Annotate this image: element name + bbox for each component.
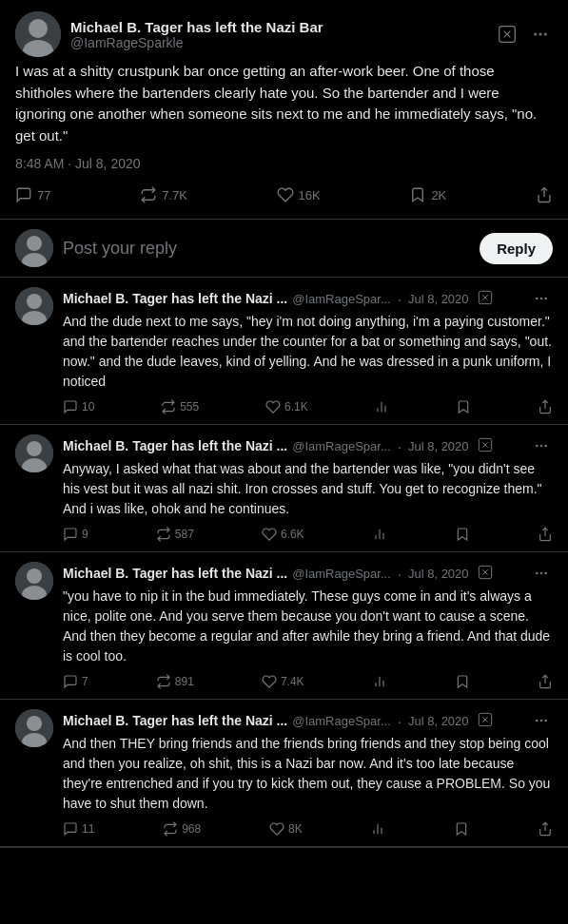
reply-header-3: Michael B. Tager has left the Nazi ... @… — [63, 709, 553, 732]
reply-like-action-2[interactable]: 7.4K — [262, 674, 304, 689]
retweet-action[interactable]: 7.7K — [140, 186, 187, 203]
reply-date-3: Jul 8, 2020 — [408, 714, 469, 728]
reply-reply-action-3[interactable]: 11 — [63, 821, 94, 837]
verified-icon-2 — [478, 565, 493, 583]
reply-button[interactable]: Reply — [480, 233, 553, 264]
reply-share-action-2[interactable] — [538, 674, 553, 689]
reply-bookmark-action-2[interactable] — [455, 674, 470, 689]
like-count-1: 6.6K — [281, 528, 304, 541]
reply-like-action-0[interactable]: 6.1K — [265, 399, 308, 414]
more-options-button-3[interactable] — [530, 709, 553, 732]
reply-share-action-0[interactable] — [538, 399, 553, 414]
reply-avatar — [15, 229, 53, 267]
reply-reply-action-1[interactable]: 9 — [63, 527, 88, 542]
reply-chart-action-0[interactable] — [374, 399, 389, 414]
reply-count-1: 9 — [82, 528, 88, 541]
more-options-button-2[interactable] — [530, 562, 553, 585]
reply-chart-action-1[interactable] — [372, 527, 387, 542]
reply-name-2[interactable]: Michael B. Tager has left the Nazi ... — [63, 566, 287, 581]
handle[interactable]: @IamRageSparkle — [70, 35, 323, 50]
tweet-time: 8:48 AM · Jul 8, 2020 — [15, 156, 553, 171]
retweet-count-2: 891 — [175, 675, 194, 688]
svg-point-40 — [27, 568, 42, 584]
bookmark-action[interactable]: 2K — [409, 186, 446, 203]
reply-input[interactable]: Post your reply — [63, 231, 470, 266]
svg-point-27 — [27, 441, 42, 456]
reply-handle-3: @IamRageSpar... — [292, 714, 391, 728]
reply-like-action-1[interactable]: 6.6K — [262, 527, 304, 542]
reply-like-action-3[interactable]: 8K — [269, 821, 303, 837]
reply-box: Post your reply Reply — [0, 220, 568, 278]
svg-point-1 — [29, 19, 48, 38]
like-count-3: 8K — [288, 822, 303, 836]
reply-avatar-2[interactable] — [15, 562, 53, 600]
more-options-button-0[interactable] — [530, 287, 553, 310]
reply-count-0: 10 — [82, 400, 94, 414]
reply-tweet: Michael B. Tager has left the Nazi ... @… — [0, 278, 568, 425]
reply-text-1: Anyway, I asked what that was about and … — [63, 459, 553, 519]
reply-name-3[interactable]: Michael B. Tager has left the Nazi ... — [63, 713, 287, 728]
reply-avatar-3[interactable] — [15, 709, 53, 747]
reply-chart-action-2[interactable] — [372, 674, 387, 689]
reply-actions-0: 10 555 6.1K — [63, 399, 553, 414]
reply-header-2: Michael B. Tager has left the Nazi ... @… — [63, 562, 553, 585]
reply-name-1[interactable]: Michael B. Tager has left the Nazi ... — [63, 438, 287, 453]
tweet-header: Michael B. Tager has left the Nazi Bar @… — [15, 11, 553, 57]
svg-point-45 — [536, 572, 539, 575]
retweet-count-3: 968 — [182, 822, 201, 836]
reply-reply-action-2[interactable]: 7 — [63, 674, 88, 689]
svg-point-7 — [539, 33, 542, 36]
like-count: 16K — [299, 188, 321, 202]
reply-text-2: "you have to nip it in the bud immediate… — [63, 587, 553, 666]
verified-icon-3 — [478, 712, 493, 730]
svg-point-8 — [544, 33, 547, 36]
svg-point-53 — [27, 716, 42, 731]
retweet-icon — [140, 186, 157, 203]
reply-action[interactable]: 77 — [15, 186, 50, 203]
display-name[interactable]: Michael B. Tager has left the Nazi Bar — [70, 19, 323, 35]
reply-date-2: Jul 8, 2020 — [408, 567, 469, 581]
retweet-count: 7.7K — [162, 188, 187, 202]
retweet-count-0: 555 — [180, 400, 199, 414]
retweet-count-1: 587 — [175, 528, 194, 541]
verified-icon[interactable] — [494, 21, 520, 48]
reply-actions-1: 9 587 6.6K — [63, 527, 553, 542]
reply-name-0[interactable]: Michael B. Tager has left the Nazi ... — [63, 291, 287, 306]
avatar[interactable] — [15, 11, 61, 57]
svg-point-6 — [534, 33, 537, 36]
reply-chart-action-3[interactable] — [370, 821, 385, 837]
reply-text-0: And the dude next to me says, "hey i'm n… — [63, 312, 553, 392]
reply-header-1: Michael B. Tager has left the Nazi ... @… — [63, 434, 553, 457]
more-options-button-1[interactable] — [530, 434, 553, 457]
like-icon — [277, 186, 294, 203]
tweet-text: I was at a shitty crustpunk bar once get… — [15, 61, 553, 146]
svg-point-59 — [540, 720, 543, 722]
svg-point-32 — [536, 445, 539, 448]
reply-retweet-action-1[interactable]: 587 — [156, 527, 194, 542]
svg-point-20 — [540, 298, 543, 300]
share-action[interactable] — [536, 186, 553, 203]
reply-bookmark-action-1[interactable] — [455, 527, 470, 542]
like-count-0: 6.1K — [284, 400, 308, 414]
reply-avatar-1[interactable] — [15, 434, 53, 472]
svg-point-14 — [27, 294, 42, 309]
reply-share-action-1[interactable] — [538, 527, 553, 542]
svg-point-34 — [544, 445, 547, 448]
reply-header-0: Michael B. Tager has left the Nazi ... @… — [63, 287, 553, 310]
svg-point-46 — [540, 572, 543, 575]
reply-reply-action-0[interactable]: 10 — [63, 399, 94, 414]
more-options-button[interactable] — [528, 22, 553, 47]
reply-tweet: Michael B. Tager has left the Nazi ... @… — [0, 700, 568, 847]
reply-bookmark-action-3[interactable] — [454, 821, 469, 837]
reply-handle-2: @IamRageSpar... — [292, 567, 391, 581]
reply-retweet-action-3[interactable]: 968 — [163, 821, 201, 837]
reply-share-action-3[interactable] — [538, 821, 553, 837]
reply-avatar-0[interactable] — [15, 287, 53, 325]
main-tweet: Michael B. Tager has left the Nazi Bar @… — [0, 0, 568, 220]
user-info: Michael B. Tager has left the Nazi Bar @… — [70, 19, 323, 50]
like-action[interactable]: 16K — [277, 186, 321, 203]
reply-retweet-action-2[interactable]: 891 — [156, 674, 194, 689]
reply-retweet-action-0[interactable]: 555 — [161, 399, 199, 414]
reply-bookmark-action-0[interactable] — [456, 399, 471, 414]
verified-icon-1 — [478, 437, 493, 455]
